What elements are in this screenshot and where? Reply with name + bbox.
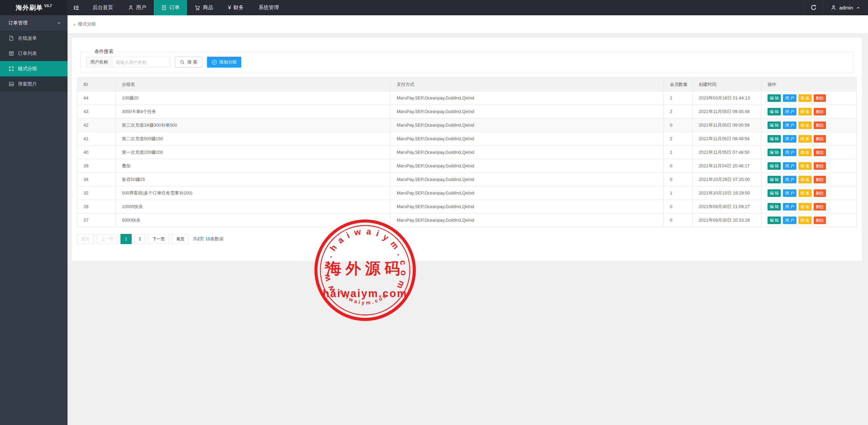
last-page-button[interactable]: 尾页 [172, 234, 189, 244]
sidebar-section-order-management[interactable]: 订单管理 [0, 15, 68, 31]
cell-name: 500养客组(多个订单任务需要补200) [116, 186, 391, 200]
table-header-row: ID 分组名 支付方式 会员数量 创建时间 操作 [77, 78, 857, 91]
column-id: ID [77, 78, 116, 91]
cell-id: 44 [77, 91, 116, 105]
user-button[interactable]: 用 户 [783, 108, 796, 115]
menu-item-dashboard[interactable]: 后台首页 [85, 0, 120, 15]
edit-button[interactable]: 编 辑 [768, 176, 781, 183]
delete-button[interactable]: 删除 [814, 217, 826, 224]
menu-item-users[interactable]: 用户 [120, 0, 154, 15]
template-button[interactable]: 模 板 [798, 94, 812, 102]
table-row: 433000卡单8个任务MarsPay,SEP,Oceanpay,GoldInd… [77, 105, 857, 118]
cell-id: 32 [77, 186, 116, 200]
search-fieldset: 条件搜索 用户名称 搜 索 添加分组 [80, 49, 853, 73]
template-button[interactable]: 模 板 [798, 135, 812, 143]
main-card: 条件搜索 用户名称 搜 索 添加分组 [72, 38, 862, 261]
menu-item-orders[interactable]: 订单 [154, 0, 187, 15]
page-number-2[interactable]: 2 [134, 234, 146, 244]
delete-button[interactable]: 删除 [814, 189, 826, 197]
user-button[interactable]: 用 户 [783, 149, 796, 156]
cell-name: 10000快杀 [116, 200, 391, 214]
prev-page-button: 上一页 [97, 234, 118, 244]
template-button[interactable]: 模 板 [798, 217, 812, 224]
edit-button[interactable]: 编 辑 [768, 149, 781, 156]
cell-payment: MarsPay,SEP,Oceanpay,GoldInd,QeInd [391, 186, 664, 200]
user-button[interactable]: 用 户 [783, 135, 796, 143]
sidebar-toggle-button[interactable] [68, 0, 85, 15]
cell-payment: MarsPay,SEP,Oceanpay,GoldInd,QeInd [391, 146, 664, 159]
menu-label: 订单 [169, 4, 180, 11]
sidebar-item-order-list[interactable]: 订单列表 [0, 46, 68, 61]
user-button[interactable]: 用 户 [783, 217, 796, 224]
cell-actions: 编 辑用 户模 板删除 [761, 173, 857, 186]
page-number-1[interactable]: 1 [120, 234, 132, 244]
delete-button[interactable]: 删除 [814, 149, 826, 156]
delete-button[interactable]: 删除 [814, 122, 826, 129]
sidebar-item-popup-images[interactable]: 弹窗图片 [0, 76, 68, 92]
delete-button[interactable]: 删除 [814, 135, 826, 143]
menu-item-system[interactable]: 系统管理 [251, 0, 286, 15]
edit-button[interactable]: 编 辑 [768, 189, 781, 197]
total-pages: 2 [197, 236, 200, 241]
cell-created: 2021年09月30日 20:33:28 [693, 214, 761, 227]
first-page-button: 首页 [77, 234, 94, 244]
delete-button[interactable]: 删除 [814, 162, 826, 170]
template-button[interactable]: 模 板 [798, 162, 812, 170]
admin-user-icon [831, 5, 836, 11]
template-button[interactable]: 模 板 [798, 189, 812, 197]
refresh-button[interactable] [804, 0, 823, 15]
template-button[interactable]: 模 板 [798, 176, 812, 183]
username-input[interactable] [112, 57, 171, 68]
template-button[interactable]: 模 板 [798, 203, 812, 210]
search-button-label: 搜 索 [187, 59, 197, 65]
document-icon [161, 5, 167, 11]
sidebar-item-mode-groups[interactable]: 模式分组 [0, 61, 68, 76]
edit-button[interactable]: 编 辑 [768, 135, 781, 143]
user-button[interactable]: 用 户 [783, 203, 796, 210]
cell-members: 0 [664, 200, 693, 214]
menu-item-goods[interactable]: 商品 [187, 0, 221, 15]
app-title: 海外刷单 [16, 3, 43, 12]
delete-button[interactable]: 删除 [814, 108, 826, 115]
sidebar-item-online-dispatch[interactable]: 在线派单 [0, 31, 68, 46]
table-body: 44100赚20MarsPay,SEP,Oceanpay,GoldInd,QeI… [77, 91, 857, 227]
cell-name: 100赚20 [116, 91, 391, 105]
user-button[interactable]: 用 户 [783, 94, 796, 102]
user-button[interactable]: 用 户 [783, 122, 796, 129]
delete-button[interactable]: 删除 [814, 94, 826, 102]
sidebar-item-label: 在线派单 [18, 35, 37, 41]
next-page-button[interactable]: 下一页 [148, 234, 169, 244]
cell-name: 第一次充值200赚200 [116, 146, 391, 159]
delete-button[interactable]: 删除 [814, 176, 826, 183]
breadcrumb-icon: » [73, 21, 76, 27]
breadcrumb: » 模式分组 [68, 15, 868, 33]
template-button[interactable]: 模 板 [798, 122, 812, 129]
menu-item-finance[interactable]: ¥ 财务 [221, 0, 251, 15]
edit-button[interactable]: 编 辑 [768, 217, 781, 224]
delete-button[interactable]: 删除 [814, 203, 826, 210]
edit-button[interactable]: 编 辑 [768, 94, 781, 102]
cell-payment: MarsPay,SEP,Oceanpay,GoldInd,QeInd [391, 214, 664, 227]
user-button[interactable]: 用 户 [783, 162, 796, 170]
cell-payment: MarsPay,SEP,Oceanpay,GoldInd,QeInd [391, 105, 664, 118]
cell-name: 第二次充值500赚150 [116, 132, 391, 146]
cell-id: 40 [77, 146, 116, 159]
user-button[interactable]: 用 户 [783, 176, 796, 183]
user-button[interactable]: 用 户 [783, 189, 796, 197]
template-button[interactable]: 模 板 [798, 108, 812, 115]
edit-button[interactable]: 编 辑 [768, 203, 781, 210]
edit-button[interactable]: 编 辑 [768, 122, 781, 129]
add-group-button-label: 添加分组 [219, 59, 237, 65]
edit-button[interactable]: 编 辑 [768, 108, 781, 115]
add-group-button[interactable]: 添加分组 [207, 57, 241, 68]
cell-members: 0 [664, 159, 693, 173]
edit-button[interactable]: 编 辑 [768, 162, 781, 170]
search-button[interactable]: 搜 索 [175, 57, 202, 68]
cell-members: 0 [664, 118, 693, 132]
cell-id: 27 [77, 214, 116, 227]
cell-name: 第三次充值1K赚300补单500 [116, 118, 391, 132]
app-version: V3.7 [44, 4, 52, 8]
chevron-up-icon [856, 5, 861, 10]
admin-menu[interactable]: admin [823, 0, 868, 15]
template-button[interactable]: 模 板 [798, 149, 812, 156]
